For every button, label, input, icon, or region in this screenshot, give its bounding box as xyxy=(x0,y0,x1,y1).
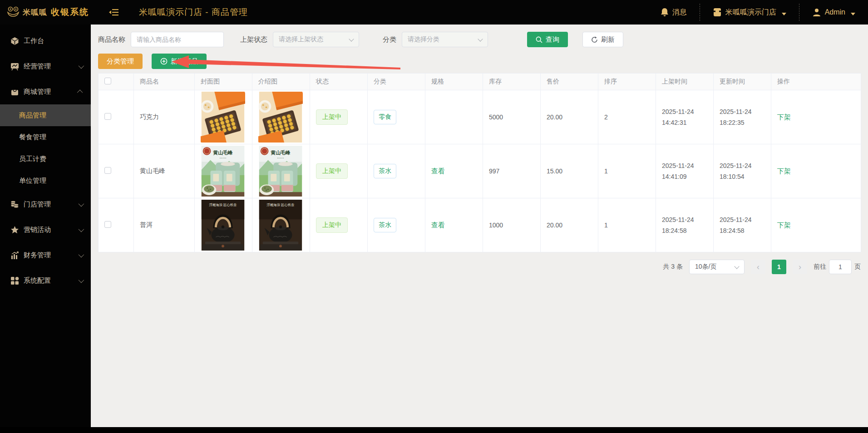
user-menu[interactable]: Admin xyxy=(799,4,868,21)
products-table: 商品名封面图介绍图状态分类规格库存售价排序上架时间更新时间操作 巧克力 xyxy=(98,73,861,252)
stock-value: 5000 xyxy=(489,113,503,121)
sidebar-item-2[interactable]: 商城管理 xyxy=(0,79,91,104)
product-photo-teapot: 浮雕海浪 匠心铁壶 xyxy=(201,200,245,251)
off-shelf-link[interactable]: 下架 xyxy=(777,167,791,175)
coins-icon xyxy=(10,200,19,209)
updated-time: 18:24:58 xyxy=(720,225,765,236)
sidebar-item-10[interactable]: 系统配置 xyxy=(0,268,91,293)
chevron-down-icon xyxy=(851,13,855,15)
bell-icon xyxy=(661,8,669,17)
sidebar-item-label: 财务管理 xyxy=(24,251,79,260)
svg-text:• • • • •: • • • • • xyxy=(277,157,284,159)
category-tag: 茶水 xyxy=(374,218,396,232)
sidebar-item-label: 工作台 xyxy=(24,37,83,45)
col-header-listed-time: 上架时间 xyxy=(656,74,714,90)
sidebar-item-6[interactable]: 单位管理 xyxy=(0,170,91,192)
table-toolbar: 分类管理 新增商品 xyxy=(98,54,861,69)
col-header-cover: 封面图 xyxy=(195,74,252,90)
next-page-button[interactable]: › xyxy=(793,260,807,274)
product-name: 黄山毛峰 xyxy=(140,167,165,174)
sidebar-collapse-icon[interactable] xyxy=(109,8,119,16)
table-row: 巧克力 上架中 零食 5000 20.00 2 2025-11-24 xyxy=(99,90,861,144)
row-checkbox[interactable] xyxy=(104,113,111,120)
total-count-label: 共 3 条 xyxy=(663,263,683,271)
sidebar-item-label: 餐食管理 xyxy=(19,133,83,142)
frog-logo-icon xyxy=(6,6,20,18)
spec-view-link[interactable]: 查看 xyxy=(431,221,445,229)
search-button-label: 查询 xyxy=(546,35,559,44)
messages-button[interactable]: 消息 xyxy=(648,4,700,21)
spec-view-link[interactable]: 查看 xyxy=(431,167,445,175)
cover-image[interactable]: 黄山毛峰 • • • • • xyxy=(201,146,245,197)
off-shelf-link[interactable]: 下架 xyxy=(777,113,791,121)
col-header-updated-time: 更新时间 xyxy=(714,74,771,90)
sidebar-item-label: 商城管理 xyxy=(24,88,79,96)
page-size-select[interactable]: 10条/页 xyxy=(689,260,745,274)
prev-page-button[interactable]: ‹ xyxy=(751,260,765,274)
status-select[interactable]: 请选择上架状态 xyxy=(273,32,359,47)
sidebar-item-5[interactable]: 员工计费 xyxy=(0,148,91,170)
col-header-category: 分类 xyxy=(368,74,425,90)
category-tag: 零食 xyxy=(374,110,396,124)
search-icon xyxy=(536,36,542,43)
shopping-bag-icon xyxy=(10,87,19,96)
sidebar-item-3[interactable]: 商品管理 xyxy=(0,104,91,126)
sidebar-item-8[interactable]: 营销活动 xyxy=(0,217,91,242)
user-label: Admin xyxy=(825,8,845,16)
svg-text:浮雕海浪 匠心铁壶: 浮雕海浪 匠心铁壶 xyxy=(267,203,295,207)
sidebar-item-0[interactable]: 工作台 xyxy=(0,28,91,54)
cover-image[interactable]: 浮雕海浪 匠心铁壶 xyxy=(201,200,245,251)
intro-image[interactable]: 浮雕海浪 匠心铁壶 xyxy=(258,200,303,251)
off-shelf-link[interactable]: 下架 xyxy=(777,221,791,229)
row-checkbox[interactable] xyxy=(104,221,111,228)
intro-image[interactable]: 黄山毛峰 • • • • • xyxy=(258,146,303,197)
listed-time: 18:24:58 xyxy=(662,225,707,236)
product-name-label: 商品名称 xyxy=(98,35,125,44)
sidebar-item-1[interactable]: 经营管理 xyxy=(0,54,91,79)
stock-value: 997 xyxy=(489,167,499,175)
page-unit-label: 页 xyxy=(854,263,861,271)
svg-text:黄山毛峰: 黄山毛峰 xyxy=(212,150,232,155)
sort-value: 1 xyxy=(604,221,608,229)
chevron-down-icon xyxy=(782,13,786,15)
product-name-input-field[interactable] xyxy=(137,36,218,43)
current-page-button[interactable]: 1 xyxy=(772,260,786,274)
sidebar-nav: 工作台经营管理商城管理商品管理餐食管理员工计费单位管理门店管理营销活动财务管理系… xyxy=(0,25,91,433)
user-avatar-icon xyxy=(812,8,821,17)
goto-page-input[interactable] xyxy=(829,260,852,274)
row-checkbox[interactable] xyxy=(104,167,111,174)
sidebar-item-4[interactable]: 餐食管理 xyxy=(0,126,91,148)
sidebar-item-label: 营销活动 xyxy=(24,226,79,234)
product-name: 普洱 xyxy=(140,221,153,228)
category-tag: 茶水 xyxy=(374,164,396,178)
col-header-stock: 库存 xyxy=(483,74,541,90)
bar-chart-icon xyxy=(10,251,19,260)
product-name-input[interactable] xyxy=(131,32,224,47)
price-value: 15.00 xyxy=(547,167,562,175)
bottom-edge-bar xyxy=(0,427,868,433)
updated-date: 2025-11-24 xyxy=(720,160,765,171)
svg-text:• • • • •: • • • • • xyxy=(220,157,226,159)
sidebar-item-7[interactable]: 门店管理 xyxy=(0,192,91,217)
goto-label: 前往 xyxy=(814,263,826,271)
page-size-value: 10条/页 xyxy=(695,263,716,271)
category-select[interactable]: 请选择分类 xyxy=(402,32,488,47)
chart-board-icon xyxy=(10,62,19,71)
status-tag: 上架中 xyxy=(316,109,348,125)
select-all-checkbox[interactable] xyxy=(104,78,111,84)
star-icon xyxy=(10,225,19,234)
search-button[interactable]: 查询 xyxy=(527,32,568,47)
intro-image[interactable] xyxy=(258,92,303,143)
store-switcher[interactable]: 米呱呱演示门店 xyxy=(700,4,799,21)
sidebar-item-label: 门店管理 xyxy=(24,200,79,209)
store-label: 米呱呱演示门店 xyxy=(725,8,776,17)
category-manage-button[interactable]: 分类管理 xyxy=(98,54,143,69)
store-icon xyxy=(713,8,722,17)
status-label: 上架状态 xyxy=(240,35,267,44)
cover-image[interactable] xyxy=(201,92,245,143)
refresh-button[interactable]: 刷新 xyxy=(582,32,623,47)
add-product-button[interactable]: 新增商品 xyxy=(152,54,207,69)
category-label: 分类 xyxy=(383,35,396,44)
sidebar-item-9[interactable]: 财务管理 xyxy=(0,242,91,268)
sidebar-item-label: 系统配置 xyxy=(24,276,79,285)
